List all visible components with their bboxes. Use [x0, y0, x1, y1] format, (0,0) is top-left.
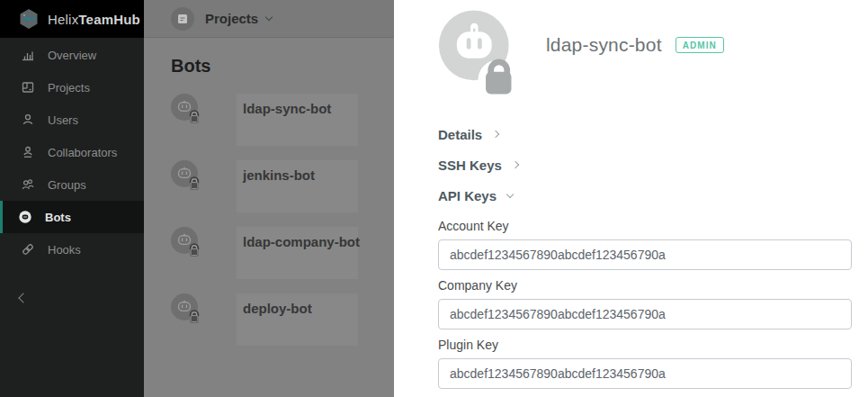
sidebar-item-projects[interactable]: Projects: [0, 71, 144, 104]
sidebar-item-label: Bots: [45, 211, 71, 224]
section-api-keys[interactable]: API Keys: [438, 180, 852, 211]
section-label: API Keys: [438, 188, 497, 203]
bot-avatar-icon: [171, 94, 201, 124]
sidebar-collapse-button[interactable]: [20, 289, 32, 302]
company-key-label: Company Key: [438, 278, 852, 293]
account-key-input[interactable]: [438, 239, 852, 270]
api-keys-form: Account Key Company Key Plugin Key: [438, 219, 852, 389]
bot-list-item-ldap-company-bot[interactable]: ldap-company-bot: [171, 227, 394, 293]
chevron-right-icon: [492, 131, 499, 138]
sidebar-item-label: Users: [48, 113, 78, 127]
chevron-left-icon: [18, 293, 28, 302]
bot-avatar-icon: [171, 160, 201, 191]
chevron-down-icon: [265, 14, 273, 21]
bar-chart-icon: [21, 48, 35, 62]
brand-name-light: Helix: [48, 12, 78, 27]
hook-link-icon: [21, 242, 35, 257]
brand-name-bold: TeamHub: [78, 12, 140, 27]
plugin-key-input[interactable]: [438, 358, 852, 389]
sidebar-item-hooks[interactable]: Hooks: [0, 233, 144, 266]
sidebar-item-label: Overview: [48, 49, 96, 62]
sidebar-item-bots[interactable]: Bots: [0, 201, 144, 233]
helix-logo-icon: [18, 8, 40, 30]
sidebar-nav: Overview Projects Users Collaborators: [0, 39, 144, 266]
project-selector[interactable]: Projects: [144, 0, 394, 38]
section-ssh-keys[interactable]: SSH Keys: [438, 149, 852, 180]
bot-title-row: ldap-sync-bot ADMIN: [546, 34, 724, 56]
detail-sections: Details SSH Keys API Keys: [438, 119, 852, 211]
chevron-right-icon: [512, 161, 519, 168]
bot-profile-header: ldap-sync-bot ADMIN: [438, 9, 852, 95]
bot-avatar-large-icon: [438, 9, 519, 95]
section-label: SSH Keys: [438, 158, 502, 173]
projects-icon: [21, 80, 35, 95]
panel-title: Bots: [171, 56, 394, 77]
bot-icon: [18, 210, 32, 224]
sidebar-item-label: Groups: [48, 178, 86, 192]
sidebar-item-users[interactable]: Users: [0, 104, 144, 136]
admin-badge: ADMIN: [676, 37, 724, 53]
account-key-label: Account Key: [438, 219, 852, 233]
sidebar-item-collaborators[interactable]: Collaborators: [0, 136, 144, 168]
section-label: Details: [438, 127, 482, 142]
sidebar-item-groups[interactable]: Groups: [0, 168, 144, 201]
sidebar-item-label: Projects: [48, 81, 90, 95]
sidebar: HelixTeamHub Overview Projects Users: [0, 0, 144, 397]
sidebar-item-label: Collaborators: [48, 146, 117, 159]
sidebar-item-label: Hooks: [48, 243, 81, 257]
plugin-key-label: Plugin Key: [438, 338, 852, 352]
company-key-input[interactable]: [438, 299, 852, 329]
chevron-down-icon: [506, 190, 514, 197]
bot-name: deploy-bot: [243, 301, 312, 316]
bot-list-item-ldap-sync-bot[interactable]: ldap-sync-bot: [171, 94, 394, 160]
bot-detail-pane: ldap-sync-bot ADMIN Details SSH Keys API…: [394, 0, 868, 397]
sidebar-item-overview[interactable]: Overview: [0, 39, 144, 71]
bot-list-item-jenkins-bot[interactable]: jenkins-bot: [171, 160, 394, 227]
groups-icon: [21, 177, 35, 192]
app: HelixTeamHub Overview Projects Users: [0, 0, 868, 397]
bot-name: ldap-sync-bot: [243, 101, 331, 116]
bot-list-item-deploy-bot[interactable]: deploy-bot: [171, 293, 394, 360]
bot-avatar-icon: [171, 227, 201, 257]
bot-title: ldap-sync-bot: [546, 34, 662, 56]
bots-panel: Projects Bots ldap-sync-bot: [144, 0, 394, 397]
user-icon: [21, 113, 35, 127]
collaborator-icon: [21, 145, 35, 159]
bot-name: ldap-company-bot: [243, 234, 360, 249]
bot-name: jenkins-bot: [243, 167, 315, 183]
bot-avatar-icon: [171, 293, 201, 324]
brand-name: HelixTeamHub: [48, 12, 140, 27]
brand: HelixTeamHub: [0, 0, 144, 38]
projects-avatar-icon: [171, 7, 194, 31]
section-details[interactable]: Details: [438, 119, 852, 149]
project-selector-label: Projects: [205, 11, 258, 26]
bots-list: Bots ldap-sync-bot: [144, 38, 394, 360]
